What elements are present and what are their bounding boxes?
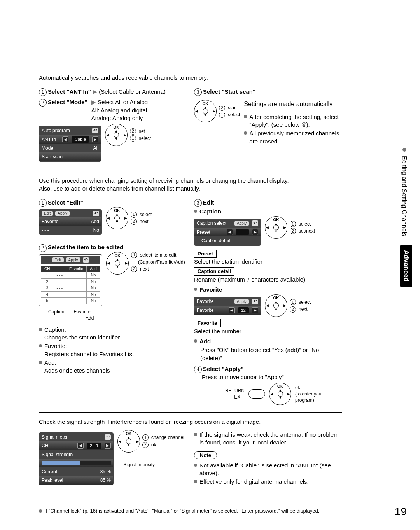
section-auto-program: Automatically searches and adds receivab… bbox=[39, 74, 342, 164]
auto-settings-note: Settings are made automatically bbox=[244, 100, 342, 108]
dpad-icon: OK▲▼◀▶ bbox=[194, 100, 217, 122]
dpad-icon: OK▲▼◀▶ bbox=[106, 207, 128, 229]
dpad-select2-label: select bbox=[228, 112, 240, 118]
signal-intro: Check the signal strength if interferenc… bbox=[39, 418, 342, 426]
edit-intro-1: Use this procedure when changing setting… bbox=[39, 177, 342, 185]
step2-desc-c: Analog: Analog only bbox=[91, 115, 143, 121]
step2-desc-b: All: Analog and digital bbox=[91, 107, 147, 114]
edit-intro-2: Also, use to add or delete channels from… bbox=[39, 185, 342, 192]
signal-bullet: If the signal is weak, check the antenna… bbox=[200, 431, 342, 447]
return-label: RETURN bbox=[225, 388, 245, 394]
caption-detail-tag: Caption detail bbox=[194, 267, 234, 276]
osd-signal-meter: Signal meter↶ CH◀2 - 1▶ Signal strength … bbox=[39, 432, 114, 485]
note-tag: Note bbox=[194, 451, 217, 459]
exit-label: EXIT bbox=[225, 394, 245, 400]
sidebar-advanced-tab: Advanced bbox=[400, 245, 412, 287]
add-desc: Press "OK" button to select "Yes (add)" … bbox=[194, 346, 342, 362]
note-bullet-1: Not available if "Cable" is selected in … bbox=[200, 462, 342, 478]
osd-edit-table: EditApply↶ CH· · ·FavoriteAdd 1- - -No 2… bbox=[39, 254, 102, 306]
dpad-icon: OK▲▼◀▶ bbox=[269, 383, 291, 405]
page-number: 19 bbox=[395, 504, 407, 519]
dpad-icon: OK▲▼◀▶ bbox=[265, 216, 287, 239]
osd-auto-program: Auto program↶ ANT In◀Cable▶ ModeAll Star… bbox=[39, 126, 101, 161]
dpad-start-label: start bbox=[228, 105, 237, 111]
footnote: If "Channel lock" (p. 16) is activated a… bbox=[44, 507, 319, 514]
dpad-icon: OK▲▼◀▶ bbox=[106, 252, 129, 275]
step1-title: Select "ANT In" bbox=[48, 88, 91, 95]
return-icon: ↶ bbox=[93, 211, 99, 216]
step1-desc: (Select Cable or Antenna) bbox=[99, 88, 166, 95]
favorite-tag: Favorite bbox=[194, 319, 221, 327]
dpad-select-label: select bbox=[139, 135, 151, 142]
step2-desc-a: Select All or Analog bbox=[98, 99, 148, 105]
edit-step1-title: Select "Edit" bbox=[48, 199, 83, 206]
edit-step3-title: Edit bbox=[203, 199, 214, 206]
auto-bullet-2: All previously memorized channels are er… bbox=[249, 129, 342, 145]
osd-favorite: FavoriteApply↶ Favorite◀12▶ bbox=[194, 297, 261, 315]
sidebar: Editing and Setting Channels Advanced bbox=[400, 148, 409, 289]
osd-caption: Caption selectApply↶ Preset◀- - -▶ Capti… bbox=[194, 219, 261, 245]
return-button-icon bbox=[248, 389, 265, 399]
auto-intro: Automatically searches and adds receivab… bbox=[39, 74, 342, 82]
dpad-icon: OK▲▼◀▶ bbox=[265, 294, 287, 317]
sidebar-crumb: Editing and Setting Channels bbox=[400, 156, 408, 236]
edit-step4-title: Select "Apply" bbox=[203, 366, 243, 372]
return-icon: ↶ bbox=[92, 128, 98, 133]
signal-intensity-label: Signal intensity bbox=[123, 462, 155, 467]
dpad-icon: OK▲▼◀▶ bbox=[105, 124, 128, 146]
edit-step2-title: Select the item to be edited bbox=[48, 244, 123, 250]
section-edit: Use this procedure when changing setting… bbox=[39, 177, 342, 406]
dpad-set-label: set bbox=[139, 128, 145, 135]
auto-bullet-1: After completing the setting, select "Ap… bbox=[249, 113, 342, 129]
osd-edit: EditApply↶ FavoriteAdd - - -No bbox=[39, 209, 102, 235]
section-signal-meter: Check the signal strength if interferenc… bbox=[39, 418, 342, 487]
dpad-icon: OK▲▼◀▶ bbox=[117, 430, 140, 453]
step2-title: Select "Mode" bbox=[48, 99, 88, 105]
note-bullet-2: Effective only for digital antenna chann… bbox=[200, 478, 309, 486]
preset-tag: Preset bbox=[194, 250, 217, 258]
step3-title: Select "Start scan" bbox=[203, 88, 256, 95]
